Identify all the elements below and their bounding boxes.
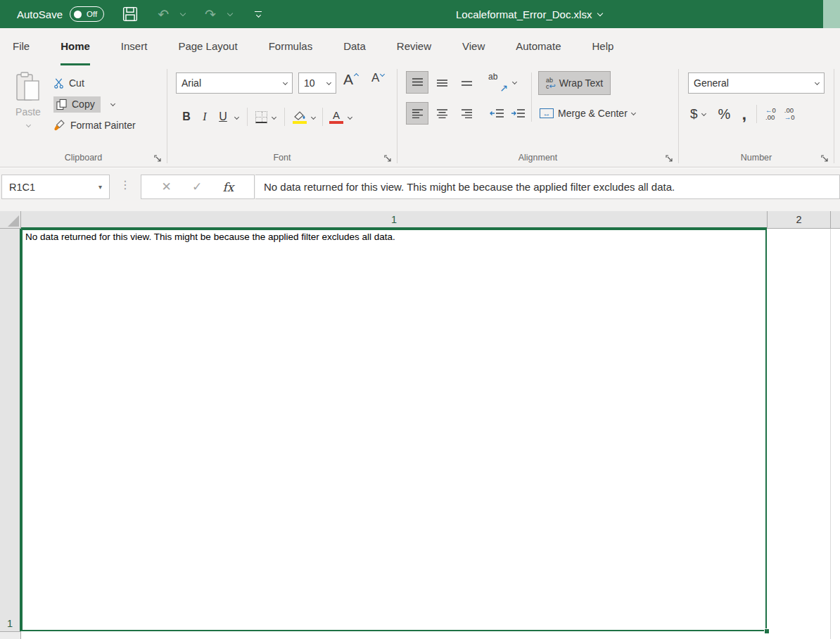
font-color-chevron-icon[interactable]: [348, 114, 352, 119]
align-bottom-icon: [461, 77, 473, 88]
number-dialog-launcher[interactable]: [821, 155, 829, 163]
font-color-button[interactable]: A: [329, 110, 343, 124]
number-format-select[interactable]: General: [688, 72, 825, 94]
orientation-chevron-icon[interactable]: [512, 79, 517, 84]
borders-dropdown-chevron-icon[interactable]: [272, 114, 276, 119]
underline-dropdown-chevron-icon[interactable]: [234, 114, 239, 119]
font-name-select[interactable]: Arial: [176, 72, 293, 94]
paste-button[interactable]: Paste: [8, 71, 48, 141]
formula-input[interactable]: No data returned for this view. This mig…: [255, 175, 840, 199]
redo-icon: ↷: [205, 7, 216, 22]
decrease-decimal-button[interactable]: .00 →0: [784, 107, 795, 121]
copy-label: Copy: [72, 99, 95, 110]
orientation-arrow-icon: ↗: [499, 82, 508, 94]
align-bottom-button[interactable]: [455, 71, 478, 94]
name-box[interactable]: R1C1 ▾: [1, 175, 110, 199]
align-right-button[interactable]: [455, 102, 478, 125]
cell-r1c1-selected[interactable]: No data returned for this view. This mig…: [21, 229, 767, 631]
column-header-3-partial[interactable]: [830, 211, 840, 229]
fill-handle[interactable]: [764, 628, 770, 634]
copy-icon: [56, 99, 67, 110]
document-title[interactable]: Localeformat_Error_Doc.xlsx: [456, 0, 602, 28]
tab-automate[interactable]: Automate: [516, 39, 561, 65]
percent-style-button[interactable]: %: [718, 106, 731, 122]
grow-font-button[interactable]: A: [343, 71, 358, 88]
font-group: Arial 10 A A B I U: [167, 65, 397, 167]
comma-style-button[interactable]: ,: [742, 110, 746, 118]
copy-button[interactable]: Copy: [53, 94, 136, 115]
font-dialog-launcher[interactable]: [384, 155, 392, 163]
tab-help[interactable]: Help: [592, 39, 613, 65]
column-header-1[interactable]: 1: [21, 211, 767, 229]
row-header-2-partial[interactable]: [0, 631, 21, 639]
grow-font-chevron-icon: [354, 73, 359, 78]
increase-decimal-button[interactable]: ←0 .00: [765, 107, 776, 121]
orientation-ab-glyph: ab: [488, 72, 497, 82]
accounting-format-button[interactable]: $: [690, 106, 698, 122]
increase-decimal-dec: .00: [765, 114, 776, 121]
align-center-button[interactable]: [431, 102, 453, 125]
formula-bar-drag-handle[interactable]: ⋮: [120, 178, 131, 191]
select-all-button[interactable]: [0, 211, 21, 229]
cut-button[interactable]: Cut: [53, 72, 136, 94]
font-name-value: Arial: [182, 77, 201, 89]
tab-view[interactable]: View: [462, 39, 485, 65]
formula-bar: R1C1 ▾ ⋮ ✕ ✓ fx No data returned for thi…: [0, 168, 840, 211]
merge-arrows-glyph: ↔: [543, 110, 551, 118]
tab-file[interactable]: File: [13, 39, 30, 65]
wrap-text-button[interactable]: ab c↩ Wrap Text: [538, 71, 611, 95]
shrink-font-letter: A: [371, 71, 379, 85]
bold-button[interactable]: B: [177, 110, 196, 123]
redo-dropdown-chevron-icon[interactable]: [227, 10, 233, 15]
account-avatar[interactable]: [823, 0, 840, 28]
undo-dropdown-chevron-icon[interactable]: [180, 10, 186, 15]
paste-dropdown-chevron-icon[interactable]: [25, 122, 30, 127]
fill-color-button[interactable]: [293, 110, 307, 124]
clipboard-dialog-launcher[interactable]: [154, 155, 162, 163]
toggle-dot-icon: [74, 11, 82, 18]
row-header-1[interactable]: 1: [0, 229, 21, 631]
merge-center-label: Merge & Center: [558, 108, 628, 119]
fill-color-chevron-icon[interactable]: [311, 114, 316, 119]
font-name-chevron-icon: [283, 80, 288, 84]
copy-dropdown-chevron-icon[interactable]: [110, 101, 115, 106]
borders-button[interactable]: [255, 111, 267, 123]
italic-button[interactable]: I: [196, 110, 214, 123]
align-middle-button[interactable]: [431, 71, 453, 94]
undo-button[interactable]: ↶: [158, 6, 169, 23]
decrease-indent-icon: [490, 108, 504, 118]
underline-button[interactable]: U: [214, 110, 232, 123]
accounting-chevron-icon[interactable]: [701, 110, 706, 115]
format-painter-button[interactable]: Format Painter: [53, 115, 136, 136]
cancel-button[interactable]: ✕: [162, 179, 172, 194]
quick-access-more-button[interactable]: [255, 11, 262, 18]
increase-indent-button[interactable]: [511, 108, 526, 118]
alignment-dialog-launcher[interactable]: [666, 155, 673, 163]
align-top-button[interactable]: [406, 71, 428, 94]
orientation-button[interactable]: ab ↗: [488, 73, 507, 91]
insert-function-button[interactable]: fx: [223, 180, 234, 194]
autosave-toggle[interactable]: Off: [70, 6, 104, 22]
tab-home[interactable]: Home: [61, 39, 90, 65]
tab-review[interactable]: Review: [397, 39, 431, 65]
font-size-select[interactable]: 10: [298, 72, 336, 94]
alignment-group: ab ↗ ab c↩ Wrap Text: [397, 65, 678, 167]
tab-page-layout[interactable]: Page Layout: [178, 39, 237, 65]
font-size-value: 10: [304, 77, 315, 89]
tab-data[interactable]: Data: [343, 39, 366, 65]
tab-insert[interactable]: Insert: [121, 39, 148, 65]
shrink-font-button[interactable]: A: [371, 71, 384, 85]
name-box-caret-icon[interactable]: ▾: [98, 183, 102, 191]
align-left-button[interactable]: [406, 102, 428, 125]
redo-button[interactable]: ↷: [205, 6, 216, 23]
decrease-indent-button[interactable]: [490, 108, 504, 118]
dialog-launcher-icon: [666, 155, 673, 163]
decrease-decimal-zero: 0: [791, 113, 794, 121]
save-button[interactable]: [122, 6, 138, 22]
tab-formulas[interactable]: Formulas: [269, 39, 313, 65]
decrease-decimal-arrow-icon: →: [784, 113, 791, 121]
undo-icon: ↶: [158, 7, 169, 22]
enter-button[interactable]: ✓: [192, 179, 202, 194]
column-header-2[interactable]: 2: [767, 211, 830, 229]
merge-center-button[interactable]: ↔ Merge & Center: [540, 108, 635, 119]
